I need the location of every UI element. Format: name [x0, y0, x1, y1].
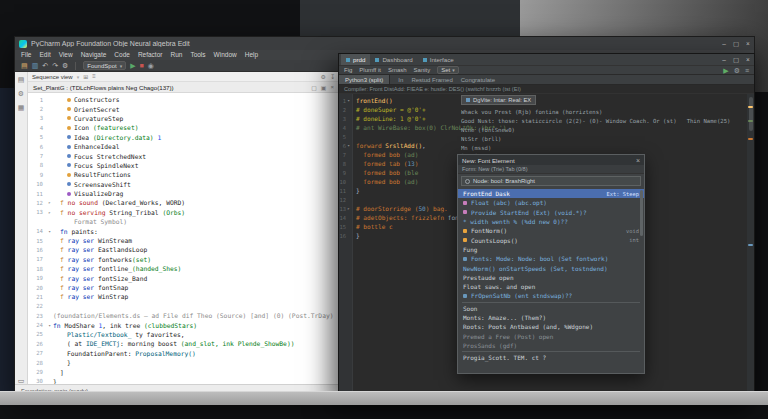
menu-window[interactable]: Window: [214, 52, 237, 59]
menu-code[interactable]: Code: [114, 52, 130, 59]
tab-prdd[interactable]: prdd: [341, 54, 370, 65]
chevron-down-icon[interactable]: ▾: [77, 74, 80, 80]
editor-line[interactable]: 14▾fn paints:: [28, 226, 339, 235]
editor-line[interactable]: 25Plastic/Textbook_ ty favorites,: [28, 330, 339, 339]
menu-help[interactable]: Help: [245, 52, 258, 59]
completion-item[interactable]: Progia_Scott. TEM. ct ?: [458, 353, 644, 362]
editor-line[interactable]: 15f ray ser WinStream: [28, 236, 339, 245]
editor-line[interactable]: 30}: [28, 377, 339, 384]
menu-run[interactable]: Run: [170, 52, 182, 59]
view-label[interactable]: Sequence view: [32, 74, 73, 80]
editor-line[interactable]: 27FoundationParent: ProposalMemory(): [28, 349, 339, 358]
close-icon[interactable]: ×: [742, 37, 754, 50]
editor-line[interactable]: 28}: [28, 358, 339, 367]
project-tool-icon[interactable]: ▤: [18, 76, 25, 83]
file-tab[interactable]: Set_PlantG : (TDLchFlows plains Neg Chag…: [33, 84, 174, 91]
fold-icon[interactable]: ▾: [46, 229, 53, 234]
editor-line[interactable]: 21f ray ser WinStrap: [28, 292, 339, 301]
breadcrumb-item[interactable]: Congratulate: [461, 77, 495, 83]
title-bar[interactable]: PyCharm App Foundation Obje Neural algeb…: [15, 37, 754, 50]
fold-icon[interactable]: ▾: [46, 323, 53, 328]
breadcrumb-item[interactable]: In: [398, 77, 403, 83]
save-icon[interactable]: ▥: [32, 62, 39, 69]
fold-icon[interactable]: ▾: [346, 98, 351, 103]
dark-editor-code[interactable]: frontEnd()# doneSuper = @'0'+# doneLine:…: [353, 94, 754, 396]
editor-line[interactable]: 3CurvatureStep: [28, 114, 339, 123]
completion-item[interactable]: NewNorm() onStartSpeeds (Set, tostndend): [458, 263, 644, 272]
completion-item[interactable]: Float saws. and open: [458, 282, 644, 291]
completion-item[interactable]: Fonts: Mode: Node: bool (Set fontwork): [458, 254, 644, 263]
structure-tool-icon[interactable]: ⚙: [18, 90, 24, 97]
editor-line[interactable]: 11VisualizeDrag: [28, 189, 339, 198]
completion-item[interactable]: * width wenth % (%dd new 0)??: [458, 217, 644, 226]
stop-icon[interactable]: ■: [140, 62, 144, 69]
completion-item[interactable]: FontNorm()void: [458, 226, 644, 235]
editor-line[interactable]: 7Focus StretchedNext: [28, 151, 339, 160]
close-icon[interactable]: ×: [742, 54, 754, 65]
light-editor[interactable]: 1Constructors2OrientSecret3CurvatureStep…: [28, 93, 339, 384]
view-option-icon[interactable]: ↧: [330, 73, 335, 80]
minimize-icon[interactable]: –: [718, 37, 730, 50]
editor-line[interactable]: 29]: [28, 367, 339, 376]
search-icon[interactable]: ◉: [148, 62, 154, 69]
editor-line[interactable]: 5Idea (Directory.data) 1: [28, 133, 339, 142]
completion-item[interactable]: Roots: Poots Antbased (and, %Wdgone): [458, 322, 644, 331]
terminal-tool-icon[interactable]: ▭: [18, 377, 25, 384]
fold-icon[interactable]: ▸: [46, 200, 53, 205]
menu-navigate[interactable]: Navigate: [81, 52, 107, 59]
run-config-select[interactable]: FoundSpot ▾: [83, 61, 126, 70]
editor-line[interactable]: 16f ray ser EastlandsLoop: [28, 245, 339, 254]
editor-line[interactable]: 2OrientSecret: [28, 104, 339, 113]
fold-icon[interactable]: ▾: [346, 143, 351, 148]
menu-refactor[interactable]: Refactor: [138, 52, 163, 59]
completion-item[interactable]: Prestaude open: [458, 273, 644, 282]
dark-toolbar-dropdown[interactable]: Set ▾: [437, 66, 459, 74]
close-icon[interactable]: ×: [636, 157, 640, 164]
editor-line[interactable]: 12▸f no sound (Declared_Works, WORD): [28, 198, 339, 207]
redo-icon[interactable]: ↷: [52, 62, 58, 69]
view-option-icon[interactable]: ≡: [92, 73, 96, 80]
editor-line[interactable]: 4Icon (featureset): [28, 123, 339, 132]
editor-line[interactable]: Format Symbol): [28, 217, 339, 226]
completion-item[interactable]: FrontEnd DaskExt: Steep: [458, 189, 644, 198]
tab-dashboard[interactable]: Dashboard: [370, 54, 417, 65]
editor-line[interactable]: frontEnd(): [356, 96, 746, 105]
editor-line[interactable]: 20f ray ser fontSnap: [28, 283, 339, 292]
dark-toolbar-item[interactable]: Smash: [388, 67, 407, 73]
popup-search-field[interactable]: Node: bool: BrashRight: [461, 176, 641, 186]
menu-tools[interactable]: Tools: [190, 52, 205, 59]
editor-line[interactable]: 1Constructors: [28, 95, 339, 104]
editor-line[interactable]: 8Focus SpindleNext: [28, 161, 339, 170]
completion-item[interactable]: FrOpenSatNb (ent stndswap)??: [458, 291, 644, 300]
editor-line[interactable]: 26( at IDE_EMCTj: morning boost (and_slo…: [28, 339, 339, 348]
dark-toolbar-item[interactable]: Plumff it: [359, 67, 381, 73]
split-icon[interactable]: ▢: [311, 84, 317, 91]
editor-line[interactable]: 6EnhanceIdeal: [28, 142, 339, 151]
maximize-icon[interactable]: ▢: [730, 54, 742, 65]
popup-title-bar[interactable]: New: Font Element ×: [458, 155, 644, 165]
fold-icon[interactable]: ▸: [46, 210, 53, 215]
close-icon[interactable]: ×: [330, 84, 334, 91]
tab-interface[interactable]: Interface: [418, 54, 459, 65]
completion-item[interactable]: Soon: [458, 304, 644, 313]
open-folder-icon[interactable]: ▤: [21, 62, 28, 69]
completion-item[interactable]: CountsLoops()int: [458, 235, 644, 244]
editor-line[interactable]: 22: [28, 302, 339, 311]
run-icon[interactable]: ▶: [130, 62, 135, 69]
completion-item[interactable]: Provide StartEnd (Ext) (void.*)?: [458, 208, 644, 217]
editor-line[interactable]: 19f ray ser fontSize_Band: [28, 273, 339, 282]
editor-line[interactable]: 17f ray ser fontworks(set): [28, 255, 339, 264]
editor-line[interactable]: 10ScreensaveShift: [28, 180, 339, 189]
completion-item[interactable]: ProsSands (gdf): [458, 341, 644, 350]
editor-line[interactable]: 24▾fn ModShare 1, ink tree (clubbedStars…: [28, 320, 339, 329]
maximize-icon[interactable]: ▢: [730, 37, 742, 50]
menu-view[interactable]: View: [59, 52, 73, 59]
completion-item[interactable]: Float (abc) (abc.opt): [458, 198, 644, 207]
view-option-icon[interactable]: ⚙: [321, 73, 326, 80]
undo-icon[interactable]: ↶: [42, 62, 48, 69]
menu-edit[interactable]: Edit: [39, 52, 50, 59]
favorites-tool-icon[interactable]: ▦: [18, 104, 25, 111]
editor-line[interactable]: 9ResultFunctions: [28, 170, 339, 179]
menu-file[interactable]: File: [21, 52, 31, 59]
settings-icon[interactable]: ⚙: [62, 62, 68, 69]
